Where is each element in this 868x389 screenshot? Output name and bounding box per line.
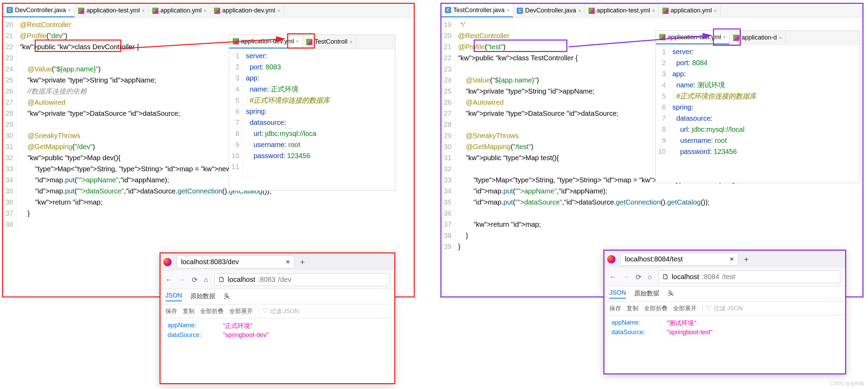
- code-line[interactable]: }: [458, 230, 738, 241]
- right-tabs: CTestController.java×CDevController.java…: [441, 4, 862, 18]
- code-line[interactable]: name: 正式环境: [246, 84, 330, 95]
- code-line[interactable]: username: root: [672, 135, 756, 146]
- code-line[interactable]: app:: [246, 72, 330, 84]
- code-line[interactable]: username: root: [246, 139, 330, 150]
- close-icon[interactable]: ×: [578, 8, 581, 14]
- browser-tab[interactable]: localhost:8083/dev ×: [177, 256, 294, 268]
- home-icon[interactable]: ⌂: [648, 273, 652, 281]
- code-line[interactable]: #正式环境你连接的数据库: [246, 95, 330, 106]
- code-line[interactable]: url: jdbc:mysql://loca: [246, 128, 330, 139]
- close-icon[interactable]: ×: [350, 39, 352, 45]
- code-line[interactable]: }: [20, 208, 299, 219]
- left-yml-code[interactable]: server: port: 8083app: name: 正式环境 #正式环境你…: [243, 49, 333, 174]
- code-line[interactable]: url: jdbc:mysql://local: [672, 124, 756, 135]
- code-line[interactable]: spring:: [246, 106, 330, 117]
- code-line[interactable]: datasource:: [672, 113, 756, 124]
- close-icon[interactable]: ×: [779, 35, 782, 41]
- code-line[interactable]: datasource:: [246, 117, 330, 128]
- reload-icon[interactable]: ⟳: [636, 273, 642, 281]
- toolbar-保存[interactable]: 保存: [165, 307, 177, 315]
- back-icon[interactable]: ←: [165, 276, 172, 284]
- filter-json[interactable]: ▽ 过滤 JSON: [702, 304, 743, 312]
- toolbar-全部展开[interactable]: 全部展开: [229, 307, 253, 315]
- code-line[interactable]: [20, 219, 299, 230]
- left-yml-gutter: 1234567891011: [229, 49, 243, 174]
- viewer-tab-头[interactable]: 头: [668, 289, 674, 299]
- browser-tabstrip: localhost:8083/dev × +: [161, 253, 394, 270]
- tab-application-dev-yml[interactable]: application-dev.yml×: [210, 4, 284, 17]
- new-tab-button[interactable]: +: [297, 257, 308, 267]
- viewer-tab-原始数据[interactable]: 原始数据: [634, 289, 659, 299]
- close-icon[interactable]: ×: [204, 8, 207, 14]
- line-number: 33: [5, 163, 13, 174]
- toolbar-全部折叠[interactable]: 全部折叠: [644, 304, 668, 312]
- tab-application-yml[interactable]: application.yml×: [659, 4, 721, 17]
- code-line[interactable]: password: 123456: [672, 146, 756, 157]
- line-number: 33: [444, 174, 452, 185]
- toolbar-复制[interactable]: 复制: [183, 307, 195, 315]
- address-bar[interactable]: 🗋 localhost:8084/test: [658, 270, 840, 283]
- toolbar-全部展开[interactable]: 全部展开: [673, 304, 697, 312]
- toolbar-全部折叠[interactable]: 全部折叠: [200, 307, 224, 315]
- code-line[interactable]: "id">map.put("">appName","id">appName);: [458, 185, 738, 197]
- code-line[interactable]: spring:: [672, 102, 756, 113]
- code-line[interactable]: port: 8083: [246, 61, 330, 72]
- json-row: appName:"正式环境": [167, 321, 387, 331]
- close-icon[interactable]: ×: [652, 8, 655, 14]
- toolbar-保存[interactable]: 保存: [609, 304, 621, 312]
- json-value: "测试环境": [667, 319, 696, 327]
- right-yml-code[interactable]: server: port: 8084app: name: 测试环境 #正式环境你…: [670, 45, 759, 158]
- code-line[interactable]: app:: [672, 68, 756, 79]
- code-line[interactable]: */: [458, 19, 738, 30]
- browser-tab-title: localhost:8084/test: [625, 255, 683, 263]
- reload-icon[interactable]: ⟳: [192, 276, 198, 284]
- json-key: dataSource:: [611, 329, 656, 336]
- code-line[interactable]: @RestController: [20, 19, 299, 30]
- viewer-tab-原始数据[interactable]: 原始数据: [190, 292, 215, 301]
- code-line[interactable]: #正式环境你连接的数据库: [672, 90, 756, 102]
- tab-application-yml[interactable]: application.yml×: [149, 4, 210, 17]
- close-icon[interactable]: ×: [286, 258, 290, 266]
- tab-label: application-dev.yml: [241, 38, 294, 45]
- close-icon[interactable]: ×: [507, 7, 509, 13]
- tab-application-test-yml[interactable]: application-test.yml×: [75, 4, 148, 17]
- forward-icon[interactable]: →: [179, 276, 186, 284]
- tab-application-test-yml[interactable]: application-test.yml×: [585, 4, 659, 17]
- line-number: 25: [444, 86, 452, 97]
- close-icon[interactable]: ×: [277, 8, 280, 14]
- address-bar[interactable]: 🗋 localhost:8083/dev: [214, 273, 389, 286]
- line-number: 24: [5, 63, 13, 75]
- viewer-tab-JSON[interactable]: JSON: [609, 289, 626, 299]
- filter-json[interactable]: ▽ 过滤 JSON: [258, 307, 299, 315]
- code-line[interactable]: password: 123456: [246, 150, 330, 161]
- yml-file-icon: [152, 8, 158, 14]
- code-line[interactable]: name: 测试环境: [672, 79, 756, 90]
- close-icon[interactable]: ×: [68, 7, 71, 13]
- forward-icon[interactable]: →: [622, 273, 629, 281]
- browser-tab[interactable]: localhost:8084/test ×: [620, 253, 738, 266]
- tab-label: DevController.java: [15, 7, 66, 14]
- code-line[interactable]: [246, 161, 330, 172]
- line-number: 11: [231, 161, 239, 172]
- viewer-tab-头[interactable]: 头: [224, 292, 230, 301]
- close-icon[interactable]: ×: [730, 255, 734, 263]
- new-tab-button[interactable]: +: [741, 254, 751, 264]
- tab-devcontroller-java[interactable]: CDevController.java×: [513, 4, 585, 17]
- tab-testcontroller-java[interactable]: CTestController.java×: [441, 4, 513, 17]
- code-line[interactable]: server:: [246, 50, 330, 61]
- toolbar-复制[interactable]: 复制: [627, 304, 638, 312]
- code-line[interactable]: "id">map.put("">dataSource","id">dataSou…: [458, 197, 738, 208]
- tab-devcontroller-java[interactable]: CDevController.java×: [3, 4, 75, 17]
- back-icon[interactable]: ←: [609, 273, 616, 281]
- close-icon[interactable]: ×: [142, 8, 145, 14]
- code-line[interactable]: server:: [672, 46, 756, 57]
- home-icon[interactable]: ⌂: [204, 276, 208, 284]
- code-line[interactable]: "kw">return "id">map;: [458, 219, 738, 230]
- close-icon[interactable]: ×: [714, 8, 717, 14]
- line-number: 19: [444, 19, 452, 30]
- code-line[interactable]: [458, 208, 738, 219]
- viewer-tab-JSON[interactable]: JSON: [165, 292, 182, 301]
- code-line[interactable]: port: 8084: [672, 57, 756, 68]
- code-line[interactable]: "kw">return "id">map;: [20, 197, 299, 208]
- line-number: 26: [5, 86, 13, 97]
